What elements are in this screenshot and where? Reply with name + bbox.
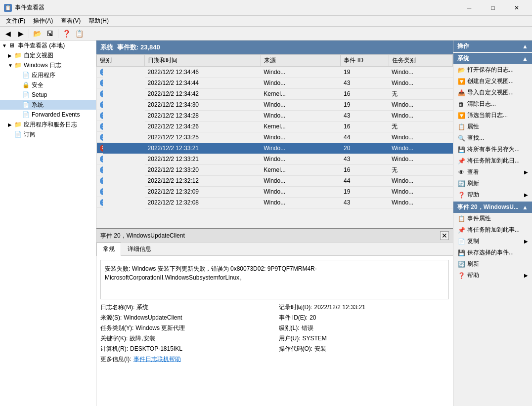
right-action---[interactable]: 🔄 刷新 <box>453 178 532 189</box>
table-row[interactable]: ℹ 信息 2022/12/2 12:34:44 Windo... 43 Wind… <box>97 78 453 88</box>
detail-close-button[interactable]: ✕ <box>440 231 449 240</box>
cell-taskcat: 无 <box>389 88 452 99</box>
right-section-collapse-icon[interactable]: ▲ <box>522 43 528 50</box>
detail-tab-details[interactable]: 详细信息 <box>121 243 158 255</box>
minimize-button[interactable]: ─ <box>458 0 481 16</box>
expand-arrow-local[interactable]: ▼ <box>2 43 7 48</box>
detail-tabs: 常规 详细信息 <box>96 243 453 256</box>
sidebar-label-custom-views: 自定义视图 <box>24 51 53 60</box>
right-event-action-----[interactable]: 📋 事件属性 <box>453 213 532 224</box>
toolbar-forward[interactable]: ▶ <box>15 28 27 39</box>
right-section-system-collapse[interactable]: ▲ <box>522 55 528 62</box>
sidebar-item-application[interactable]: 📄 应用程序 <box>0 70 96 80</box>
right-section-event-collapse[interactable]: ▲ <box>522 204 528 211</box>
right-action-----------[interactable]: 📂 打开保存的日志... <box>453 64 532 76</box>
table-row[interactable]: ℹ 信息 2022/12/2 12:32:09 Windo... 19 Wind… <box>97 186 453 197</box>
sidebar-item-local-root[interactable]: ▼ 🖥 事件查看器 (本地) <box>0 41 96 50</box>
table-row[interactable]: ℹ 信息 2022/12/2 12:34:30 Windo... 19 Wind… <box>97 99 453 110</box>
table-row[interactable]: ℹ 信息 2022/12/2 12:33:21 Windo... 43 Wind… <box>97 154 453 164</box>
col-header-datetime[interactable]: 日期和时间 <box>145 55 261 67</box>
cell-source: Windo... <box>261 110 341 121</box>
right-event-action-----------[interactable]: 💾 保存选择的事件... <box>453 247 532 258</box>
right-action-label: 帮助 <box>467 191 479 199</box>
cell-eventid: 43 <box>341 110 389 121</box>
forwarded-events-icon: 📄 <box>22 111 30 119</box>
sidebar-item-custom-views[interactable]: ▶ 📁 自定义视图 <box>0 50 96 60</box>
expand-arrow-custom[interactable]: ▶ <box>8 53 13 58</box>
maximize-button[interactable]: □ <box>482 0 504 16</box>
cell-taskcat: Windo... <box>389 78 452 88</box>
expand-arrow-winlogs[interactable]: ▼ <box>8 63 13 68</box>
cell-taskcat: Windo... <box>389 175 452 186</box>
event-table-wrapper[interactable]: 级别 日期和时间 来源 事件 ID 任务类别 ℹ 信息 2022/12/2 12… <box>96 54 453 228</box>
sidebar-item-setup[interactable]: 📄 Setup <box>0 90 96 100</box>
col-header-taskcat[interactable]: 任务类别 <box>389 55 452 67</box>
right-action------------[interactable]: 💾 将所有事件另存为... <box>453 144 532 155</box>
right-action-icon: 🔍 <box>457 134 465 142</box>
sidebar-item-subscriptions[interactable]: 📄 订阅 <box>0 129 96 139</box>
right-event-action-icon: ❓ <box>457 272 465 280</box>
info-icon: ℹ <box>100 199 103 206</box>
cell-eventid: 19 <box>341 99 389 110</box>
cell-datetime: 2022/12/2 12:33:21 <box>145 143 261 154</box>
table-row[interactable]: ℹ 信息 2022/12/2 12:34:28 Windo... 43 Wind… <box>97 110 453 121</box>
right-action-----------[interactable]: 📥 导入自定义视图... <box>453 87 532 98</box>
table-row[interactable]: ℹ 信息 2022/12/2 12:33:25 Windo... 44 Wind… <box>97 132 453 143</box>
right-action------[interactable]: 🔍 查找... <box>453 132 532 144</box>
cell-eventid: 16 <box>341 88 389 99</box>
table-row[interactable]: ℹ 信息 2022/12/2 12:34:46 Windo... 19 Wind… <box>97 67 453 78</box>
cell-datetime: 2022/12/2 12:34:42 <box>145 88 261 99</box>
title-bar: 📋 事件查看器 ─ □ ✕ <box>0 0 532 16</box>
app-icon: 📋 <box>4 4 12 12</box>
right-event-action------------[interactable]: 📌 将任务附加到此事... <box>453 224 532 236</box>
toolbar-help[interactable]: ❓ <box>60 28 72 39</box>
close-button[interactable]: ✕ <box>505 0 528 16</box>
table-row[interactable]: ✕ 错误 2022/12/2 12:33:21 Windo... 20 Wind… <box>97 143 453 154</box>
col-header-source[interactable]: 来源 <box>261 55 341 67</box>
sidebar-item-forwarded-events[interactable]: 📄 Forwarded Events <box>0 110 96 120</box>
right-event-action---[interactable]: 🔄 刷新 <box>453 258 532 270</box>
cell-datetime: 2022/12/2 12:34:26 <box>145 121 261 132</box>
right-action---[interactable]: 📋 属性 <box>453 121 532 132</box>
right-event-action---[interactable]: ❓ 帮助 ▶ <box>453 270 532 281</box>
menu-help[interactable]: 帮助(H) <box>85 16 113 26</box>
right-action---[interactable]: 👁 查看 ▶ <box>453 166 532 178</box>
field-more-info-value[interactable]: 事件日志联机帮助 <box>133 355 181 364</box>
menu-action[interactable]: 操作(A) <box>29 16 57 26</box>
right-action------------[interactable]: 📌 将任务附加到此日... <box>453 155 532 166</box>
expand-arrow-appservice[interactable]: ▶ <box>8 122 13 127</box>
right-action-icon: ❓ <box>457 191 465 199</box>
info-icon: ℹ <box>100 134 103 141</box>
toolbar-view[interactable]: 📋 <box>73 28 85 39</box>
menu-file[interactable]: 文件(F) <box>2 16 29 26</box>
right-action---[interactable]: ❓ 帮助 ▶ <box>453 189 532 201</box>
toolbar-save[interactable]: 🖫 <box>44 28 56 39</box>
right-action-----------[interactable]: 🔽 创建自定义视图... <box>453 76 532 87</box>
sidebar-label-application: 应用程序 <box>32 71 55 80</box>
col-header-level[interactable]: 级别 <box>97 55 145 67</box>
sidebar-item-app-service-logs[interactable]: ▶ 📁 应用程序和服务日志 <box>0 120 96 129</box>
sidebar-item-system[interactable]: 📄 系统 <box>0 100 96 110</box>
right-action----------[interactable]: 🔽 筛选当前日志... <box>453 110 532 121</box>
table-row[interactable]: ℹ 信息 2022/12/2 12:32:08 Windo... 43 Wind… <box>97 197 453 208</box>
table-row[interactable]: ℹ 信息 2022/12/2 12:32:12 Windo... 44 Wind… <box>97 175 453 186</box>
right-action--------[interactable]: 🗑 清除日志... <box>453 98 532 110</box>
right-event-action-label: 刷新 <box>467 260 479 268</box>
toolbar-back[interactable]: ◀ <box>2 28 14 39</box>
menu-view[interactable]: 查看(V) <box>57 16 85 26</box>
info-icon: ℹ <box>100 123 103 130</box>
toolbar-open[interactable]: 📂 <box>31 28 43 39</box>
cell-level: ✕ 错误 <box>97 143 103 154</box>
detail-tab-general[interactable]: 常规 <box>96 243 121 256</box>
col-header-eventid[interactable]: 事件 ID <box>341 55 389 67</box>
right-action-icon: 📌 <box>457 157 465 165</box>
right-action-label: 刷新 <box>467 179 479 188</box>
sidebar-item-security[interactable]: 🔒 安全 <box>0 80 96 90</box>
right-action-label: 将所有事件另存为... <box>467 145 520 154</box>
cell-source: Windo... <box>261 154 341 164</box>
table-row[interactable]: ℹ 信息 2022/12/2 12:34:42 Kernel... 16 无 <box>97 88 453 99</box>
table-row[interactable]: ℹ 信息 2022/12/2 12:33:20 Kernel... 16 无 <box>97 164 453 175</box>
sidebar-item-windows-logs[interactable]: ▼ 📁 Windows 日志 <box>0 60 96 70</box>
table-row[interactable]: ℹ 信息 2022/12/2 12:34:26 Kernel... 16 无 <box>97 121 453 132</box>
right-event-action---[interactable]: 📄 复制 ▶ <box>453 236 532 247</box>
